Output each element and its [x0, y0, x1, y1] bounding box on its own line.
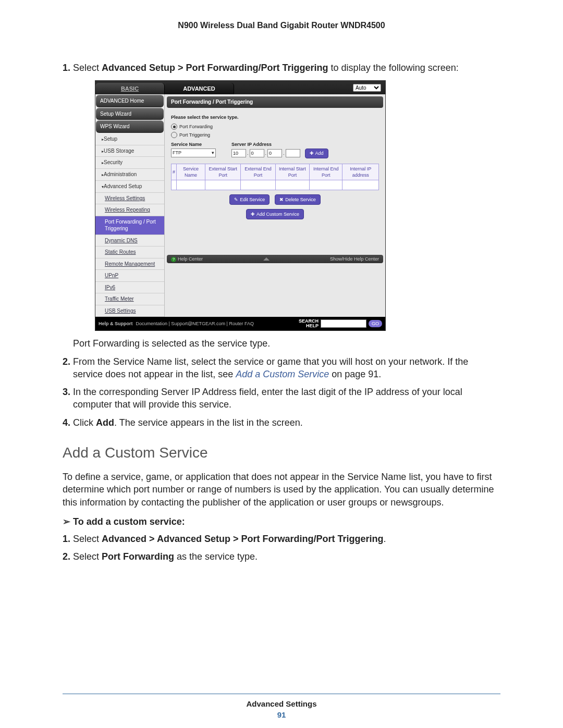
- radio-icon: [171, 124, 177, 130]
- footer-section-name: Advanced Settings: [63, 699, 500, 708]
- step1-pre: Select: [73, 63, 102, 73]
- radio-pf-label: Port Forwarding: [179, 124, 213, 130]
- b-step1-bold: Advanced > Advanced Setup > Port Forward…: [102, 534, 383, 544]
- step-1: Select Advanced Setup > Port Forwarding/…: [73, 61, 500, 350]
- col-ext-start: External Start Port: [205, 164, 240, 180]
- b-step2-post: as the service type.: [174, 551, 258, 562]
- radio-port-forwarding[interactable]: Port Forwarding: [171, 124, 379, 130]
- col-int-end: Internal End Port: [310, 164, 342, 180]
- port-table: # Service Name External Start Port Exter…: [171, 164, 379, 190]
- b-step1-pre: Select: [73, 534, 102, 544]
- sidebar: ADVANCED Home Setup Wizard WPS Wizard Se…: [95, 94, 165, 317]
- sidebar-upnp[interactable]: UPnP: [95, 270, 164, 282]
- footer-bar: Help & Support Documentation | Support@N…: [95, 317, 385, 330]
- sidebar-wireless-repeating[interactable]: Wireless Repeating: [95, 204, 164, 216]
- language-selector[interactable]: Auto: [353, 84, 381, 92]
- footer-links[interactable]: Documentation | Support@NETGEAR.com | Ro…: [136, 320, 254, 327]
- edit-delete-row: Edit Service Delete Service: [171, 194, 379, 205]
- tab-advanced[interactable]: ADVANCED: [165, 83, 234, 94]
- service-name-col: Service Name FTP: [171, 141, 216, 157]
- content-body: Please select the service type. Port For…: [165, 110, 385, 224]
- service-type-prompt: Please select the service type.: [171, 114, 379, 120]
- server-ip-label: Server IP Address: [231, 141, 328, 147]
- step1-path: Advanced Setup > Port Forwarding/Port Tr…: [102, 63, 328, 73]
- step-4: Click Add. The service appears in the li…: [73, 416, 500, 429]
- server-ip-row: 10. 0. 0. Add: [231, 149, 328, 158]
- sidebar-ipv6[interactable]: IPv6: [95, 282, 164, 294]
- col-service-name: Service Name: [177, 164, 205, 180]
- section-heading: Add a Custom Service: [63, 445, 500, 461]
- sidebar-wps-wizard[interactable]: WPS Wizard: [96, 120, 164, 133]
- step4-pre: Click: [73, 417, 96, 428]
- help-support-label: Help & Support: [99, 320, 133, 327]
- radio-port-triggering[interactable]: Port Triggering: [171, 132, 379, 138]
- sidebar-security[interactable]: Security: [95, 157, 164, 169]
- language-selector-wrap: Auto: [349, 81, 385, 94]
- ip-dot: .: [247, 150, 249, 156]
- sidebar-admin[interactable]: Administration: [95, 169, 164, 181]
- search-label-2: HELP: [299, 324, 319, 328]
- chevron-up-icon[interactable]: [263, 257, 270, 261]
- sidebar-ddns[interactable]: Dynamic DNS: [95, 235, 164, 247]
- radio-icon: [171, 132, 177, 138]
- service-name-value: FTP: [173, 150, 181, 156]
- footer-rule: [63, 694, 500, 694]
- sidebar-port-forwarding[interactable]: Port Forwarding / Port Triggering: [95, 216, 164, 235]
- server-ip-col: Server IP Address 10. 0. 0. Add: [231, 141, 328, 158]
- ip-octet-3[interactable]: 0: [267, 149, 282, 157]
- sidebar-advanced-setup[interactable]: Advanced Setup: [95, 181, 164, 193]
- go-button[interactable]: GO: [369, 320, 382, 327]
- radio-pt-label: Port Triggering: [179, 132, 210, 138]
- step2-post: on page 91.: [329, 369, 381, 379]
- ip-octet-1[interactable]: 10: [231, 149, 246, 157]
- b-step1-post: .: [383, 534, 386, 544]
- sidebar-remote-mgmt[interactable]: Remote Management: [95, 258, 164, 270]
- ip-octet-2[interactable]: 0: [250, 149, 264, 157]
- ip-dot: .: [265, 150, 267, 156]
- service-name-dropdown[interactable]: FTP: [171, 149, 216, 157]
- sidebar-usb[interactable]: USB Storage: [95, 145, 164, 157]
- router-admin-screenshot: BASIC ADVANCED Auto ADVANCED Home Setup …: [95, 80, 386, 331]
- add-custom-service-link[interactable]: Add a Custom Service: [236, 369, 329, 379]
- document-title: N900 Wireless Dual Band Gigabit Router W…: [63, 21, 500, 30]
- top-spacer: [234, 81, 349, 94]
- page-number: 91: [63, 710, 500, 719]
- instruction-list-b: Select Advanced > Advanced Setup > Port …: [63, 533, 500, 563]
- step-3: In the corresponding Server IP Address f…: [73, 386, 500, 411]
- show-hide-help-link[interactable]: Show/Hide Help Center: [330, 256, 379, 262]
- ip-dot: .: [283, 150, 285, 156]
- step1-post: to display the following screen:: [328, 63, 459, 73]
- col-num: #: [172, 164, 177, 180]
- sidebar-static-routes[interactable]: Static Routes: [95, 246, 164, 258]
- search-input[interactable]: [321, 319, 366, 328]
- sidebar-home[interactable]: ADVANCED Home: [96, 95, 164, 107]
- service-name-label: Service Name: [171, 141, 216, 147]
- help-center-bar: Help Center Show/Hide Help Center: [167, 255, 383, 263]
- content-panel: Port Forwarding / Port Triggering Please…: [165, 94, 385, 317]
- add-custom-service-button[interactable]: Add Custom Service: [246, 209, 304, 219]
- col-ext-end: External End Port: [241, 164, 275, 180]
- sidebar-setup-wizard[interactable]: Setup Wizard: [96, 108, 164, 120]
- sidebar-traffic-meter[interactable]: Traffic Meter: [95, 293, 164, 305]
- table-row: [172, 180, 379, 190]
- top-tab-bar: BASIC ADVANCED Auto: [95, 81, 385, 94]
- b-step2-pre: Select: [73, 551, 102, 562]
- sidebar-setup[interactable]: Setup: [95, 133, 164, 145]
- b-step-2: Select Port Forwarding as the service ty…: [73, 550, 500, 563]
- document-page: N900 Wireless Dual Band Gigabit Router W…: [0, 0, 563, 728]
- delete-service-button[interactable]: Delete Service: [275, 194, 321, 205]
- step-2: From the Service Name list, select the s…: [73, 355, 500, 381]
- help-center-label[interactable]: Help Center: [171, 256, 203, 262]
- step4-post: . The service appears in the list in the…: [114, 417, 303, 428]
- add-button[interactable]: Add: [305, 149, 328, 158]
- task-heading: To add a custom service:: [63, 516, 500, 527]
- sidebar-wireless-settings[interactable]: Wireless Settings: [95, 193, 164, 205]
- sidebar-usb-settings[interactable]: USB Settings: [95, 305, 164, 317]
- add-custom-row: Add Custom Service: [171, 209, 379, 219]
- tab-basic[interactable]: BASIC: [95, 83, 165, 94]
- col-int-start: Internal Start Port: [275, 164, 309, 180]
- instruction-list-a: Select Advanced Setup > Port Forwarding/…: [63, 61, 500, 429]
- ip-octet-4[interactable]: [286, 149, 300, 157]
- b-step2-bold: Port Forwarding: [102, 551, 174, 562]
- edit-service-button[interactable]: Edit Service: [229, 194, 270, 205]
